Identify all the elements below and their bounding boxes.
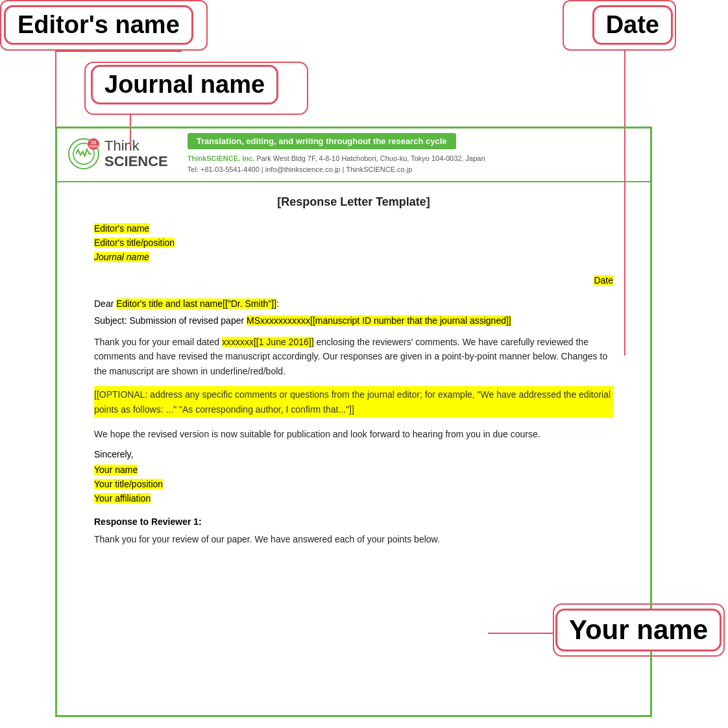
document-body: [Response Letter Template] Editor's name… xyxy=(55,182,652,566)
date-field: Date xyxy=(94,275,613,285)
date-label: Date xyxy=(592,5,673,45)
document-container: 10 YEARS Think SCIENCE Translation, edit… xyxy=(55,127,652,566)
reviewer-paragraph: Thank you for your review of our paper. … xyxy=(94,532,613,546)
your-title-field: Your title/position xyxy=(94,479,613,489)
journal-name-label: Journal name xyxy=(91,65,278,104)
your-name-label: Your name xyxy=(555,609,722,651)
hope-paragraph: We hope the revised version is now suita… xyxy=(94,427,613,441)
header-right: Translation, editing, and writing throug… xyxy=(188,133,639,175)
journal-name-field: Journal name xyxy=(94,252,613,262)
editor-title-field: Editor's title/position xyxy=(94,237,613,248)
years-badge: 10 YEARS xyxy=(88,138,99,150)
contact-info: ThinkSCIENCE, Inc. Park West Bldg 7F, 4-… xyxy=(188,153,639,175)
document-header: 10 YEARS Think SCIENCE Translation, edit… xyxy=(55,127,652,181)
editors-name-label: Editor's name xyxy=(4,5,193,45)
reviewer-heading: Response to Reviewer 1: xyxy=(94,516,613,527)
logo-text: Think SCIENCE xyxy=(104,138,168,169)
logo-circle: 10 YEARS xyxy=(68,138,99,169)
your-name-field: Your name xyxy=(94,465,613,475)
editor-name-field: Editor's name xyxy=(94,223,613,234)
your-affiliation-field: Your affiliation xyxy=(94,493,613,504)
body-paragraph-1: Thank you for your email dated xxxxxxx[[… xyxy=(94,335,613,378)
optional-block: [[OPTIONAL: address any specific comment… xyxy=(94,386,613,418)
subject-line: Subject: Submission of revised paper MSx… xyxy=(94,315,613,326)
doc-title: [Response Letter Template] xyxy=(94,195,613,209)
dear-line: Dear Editor's title and last name[["Dr. … xyxy=(94,298,613,309)
tagline: Translation, editing, and writing throug… xyxy=(188,133,456,149)
sincerely-line: Sincerely, xyxy=(94,449,613,459)
thinkscience-logo: 10 YEARS Think SCIENCE xyxy=(68,138,168,169)
